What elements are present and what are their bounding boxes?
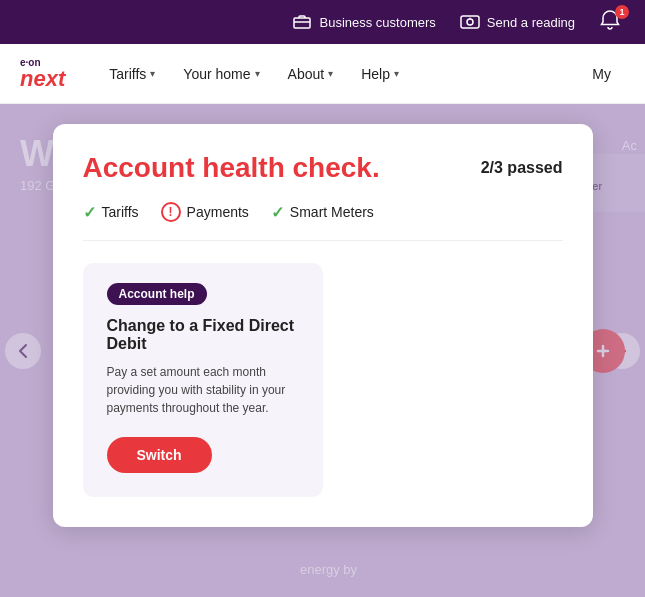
nav-my-label: My — [592, 66, 611, 82]
nav-help-label: Help — [361, 66, 390, 82]
nav-tariffs-label: Tariffs — [109, 66, 146, 82]
switch-button[interactable]: Switch — [107, 437, 212, 473]
inner-card-tag: Account help — [107, 283, 207, 305]
send-reading-label: Send a reading — [487, 15, 575, 30]
nav-bar: e·on next Tariffs ▾ Your home ▾ About ▾ … — [0, 44, 645, 104]
modal-passed: 2/3 passed — [481, 159, 563, 177]
nav-your-home-label: Your home — [183, 66, 250, 82]
tariffs-check-icon: ✓ — [83, 203, 96, 222]
your-home-chevron-icon: ▾ — [255, 68, 260, 79]
modal-overlay: Account health check. 2/3 passed ✓ Tarif… — [0, 104, 645, 597]
business-customers-label: Business customers — [319, 15, 435, 30]
logo-next: next — [20, 68, 65, 90]
notification-badge: 1 — [615, 5, 629, 19]
check-smart-meters: ✓ Smart Meters — [271, 203, 374, 222]
check-payments: ! Payments — [161, 202, 249, 222]
modal-card: Account health check. 2/3 passed ✓ Tarif… — [53, 124, 593, 527]
about-chevron-icon: ▾ — [328, 68, 333, 79]
modal-title: Account health check. — [83, 152, 380, 184]
business-customers-link[interactable]: Business customers — [292, 12, 435, 32]
meter-icon — [460, 12, 480, 32]
nav-items: Tariffs ▾ Your home ▾ About ▾ Help ▾ — [95, 44, 578, 104]
svg-rect-0 — [294, 18, 310, 28]
check-tariffs-label: Tariffs — [102, 204, 139, 220]
check-payments-label: Payments — [187, 204, 249, 220]
notification-bell[interactable]: 1 — [599, 9, 625, 35]
inner-card-description: Pay a set amount each month providing yo… — [107, 363, 299, 417]
nav-about-label: About — [288, 66, 325, 82]
check-smart-meters-label: Smart Meters — [290, 204, 374, 220]
nav-item-about[interactable]: About ▾ — [274, 44, 348, 104]
check-tariffs: ✓ Tariffs — [83, 203, 139, 222]
help-chevron-icon: ▾ — [394, 68, 399, 79]
inner-card: Account help Change to a Fixed Direct De… — [83, 263, 323, 497]
nav-my[interactable]: My — [578, 66, 625, 82]
business-icon — [292, 12, 312, 32]
logo: e·on next — [20, 58, 65, 90]
top-bar: Business customers Send a reading 1 — [0, 0, 645, 44]
send-reading-link[interactable]: Send a reading — [460, 12, 575, 32]
nav-item-help[interactable]: Help ▾ — [347, 44, 413, 104]
nav-item-your-home[interactable]: Your home ▾ — [169, 44, 273, 104]
svg-point-3 — [467, 19, 473, 25]
smart-meters-check-icon: ✓ — [271, 203, 284, 222]
payments-warning-icon: ! — [161, 202, 181, 222]
modal-checks: ✓ Tariffs ! Payments ✓ Smart Meters — [83, 202, 563, 241]
modal-header: Account health check. 2/3 passed — [83, 152, 563, 184]
tariffs-chevron-icon: ▾ — [150, 68, 155, 79]
inner-card-title: Change to a Fixed Direct Debit — [107, 317, 299, 353]
nav-item-tariffs[interactable]: Tariffs ▾ — [95, 44, 169, 104]
